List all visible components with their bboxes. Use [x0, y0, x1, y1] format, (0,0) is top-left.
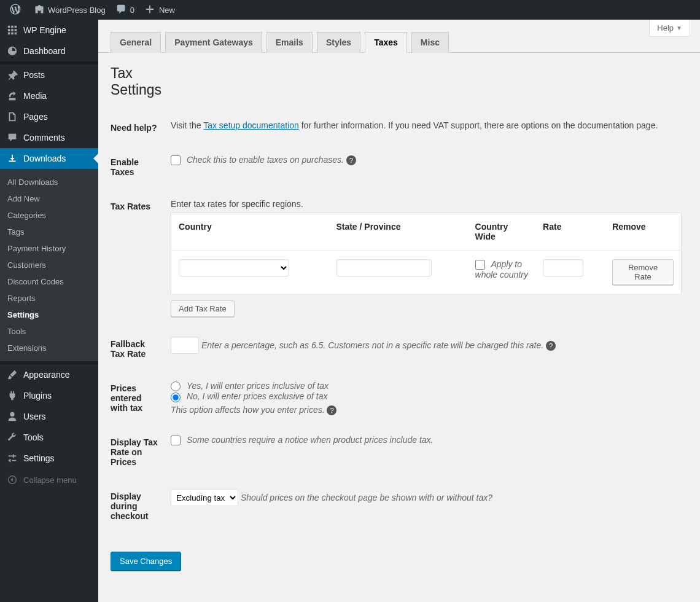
chevron-down-icon: ▼ [676, 25, 682, 31]
help-button[interactable]: Help ▼ [649, 20, 690, 37]
need-help-text: Visit the Tax setup documentation for fu… [165, 111, 688, 145]
sidebar-item-tools[interactable]: Tools [0, 427, 98, 448]
tab-misc[interactable]: Misc [411, 32, 449, 53]
downloads-submenu: All DownloadsAdd NewCategoriesTagsPaymen… [0, 169, 98, 361]
sidebar-item-dashboard[interactable]: Dashboard [0, 41, 98, 61]
apply-whole-checkbox[interactable] [475, 260, 485, 270]
page-title: Tax Settings [111, 65, 172, 98]
sidebar-item-comments[interactable]: Comments [0, 127, 98, 148]
tab-payment-gateways[interactable]: Payment Gateways [165, 32, 262, 53]
submenu-item-payment-history[interactable]: Payment History [0, 240, 98, 257]
display-rate-checkbox[interactable] [171, 436, 181, 445]
prices-exclusive-radio[interactable] [171, 393, 181, 402]
user-icon [6, 411, 18, 422]
tab-emails[interactable]: Emails [266, 32, 313, 53]
submenu-item-all-downloads[interactable]: All Downloads [0, 174, 98, 190]
menu-label: Downloads [23, 154, 66, 163]
prices-inclusive-radio[interactable] [171, 381, 181, 391]
svg-rect-4 [11, 29, 14, 31]
rates-header: Country [171, 213, 329, 251]
rates-header: Rate [535, 213, 605, 251]
collapse-label: Collapse menu [23, 475, 77, 485]
apply-whole-label[interactable]: Apply to whole country [475, 259, 528, 280]
plugin-icon [6, 390, 18, 401]
menu-label: Appearance [23, 370, 70, 380]
tab-general[interactable]: General [111, 32, 161, 53]
fallback-label: Fallback Tax Rate [111, 327, 165, 371]
dashboard-icon [6, 45, 18, 57]
submenu-item-settings[interactable]: Settings [0, 307, 98, 323]
tax-docs-link[interactable]: Tax setup documentation [203, 120, 299, 130]
help-icon[interactable]: ? [546, 341, 556, 351]
enable-taxes-label: Enable Taxes [111, 145, 165, 189]
menu-label: Pages [23, 112, 48, 122]
tab-taxes[interactable]: Taxes [365, 32, 407, 53]
new-label: New [159, 6, 175, 15]
submenu-item-discount-codes[interactable]: Discount Codes [0, 273, 98, 290]
sidebar-item-users[interactable]: Users [0, 406, 98, 427]
rates-header: State / Province [329, 213, 467, 251]
menu-label: Settings [23, 453, 55, 463]
country-select[interactable] [179, 259, 289, 276]
svg-rect-6 [8, 33, 10, 35]
tax-rates-table: CountryState / ProvinceCountry WideRateR… [171, 213, 682, 294]
submenu-item-extensions[interactable]: Extensions [0, 340, 98, 356]
page-icon [6, 111, 18, 122]
enable-taxes-checkbox-label[interactable]: Check this to enable taxes on purchases. [171, 155, 346, 165]
sidebar-item-media[interactable]: Media [0, 85, 98, 106]
prices-exclusive-label[interactable]: No, I will enter prices exclusive of tax [171, 391, 327, 401]
menu-label: WP Engine [23, 25, 66, 35]
svg-rect-5 [15, 29, 17, 31]
comments-link[interactable]: 0 [111, 0, 139, 20]
site-name-link[interactable]: WordPress Blog [29, 0, 111, 20]
menu-label: Media [23, 91, 47, 101]
help-icon[interactable]: ? [327, 405, 336, 415]
submenu-item-tags[interactable]: Tags [0, 224, 98, 240]
menu-label: Comments [23, 133, 65, 143]
sidebar-item-downloads[interactable]: Downloads [0, 148, 98, 169]
submenu-item-reports[interactable]: Reports [0, 290, 98, 307]
display-checkout-select[interactable]: Excluding tax [171, 489, 238, 506]
submenu-item-customers[interactable]: Customers [0, 257, 98, 273]
sidebar-item-plugins[interactable]: Plugins [0, 385, 98, 406]
site-name-label: WordPress Blog [48, 6, 106, 15]
media-icon [6, 90, 18, 101]
sidebar-item-posts[interactable]: Posts [0, 64, 98, 85]
pin-icon [6, 69, 18, 80]
sidebar-item-settings[interactable]: Settings [0, 448, 98, 469]
sliders-icon [6, 453, 18, 464]
collapse-menu[interactable]: Collapse menu [0, 469, 98, 491]
rate-input[interactable] [543, 259, 583, 276]
submenu-item-tools[interactable]: Tools [0, 323, 98, 340]
sidebar-item-pages[interactable]: Pages [0, 106, 98, 127]
add-tax-rate-button[interactable]: Add Tax Rate [171, 300, 235, 317]
comment-icon [6, 132, 18, 143]
need-help-label: Need help? [111, 111, 165, 145]
main-content: Help ▼ GeneralPayment GatewaysEmailsStyl… [98, 20, 700, 602]
svg-rect-1 [11, 26, 14, 28]
svg-rect-0 [8, 26, 10, 28]
new-link[interactable]: New [139, 0, 180, 20]
help-icon[interactable]: ? [346, 155, 356, 165]
wp-logo[interactable] [5, 0, 29, 20]
display-rate-checkbox-label[interactable]: Some countries require a notice when pro… [171, 435, 433, 445]
enable-taxes-checkbox[interactable] [171, 155, 181, 165]
submenu-item-categories[interactable]: Categories [0, 207, 98, 224]
sidebar-item-appearance[interactable]: Appearance [0, 364, 98, 385]
sidebar-item-wp-engine[interactable]: WP Engine [0, 20, 98, 41]
tab-styles[interactable]: Styles [317, 32, 360, 53]
submenu-item-add-new[interactable]: Add New [0, 190, 98, 207]
svg-rect-2 [15, 26, 17, 28]
svg-rect-8 [15, 33, 17, 35]
save-changes-button[interactable]: Save Changes [111, 552, 181, 571]
prices-inclusive-label[interactable]: Yes, I will enter prices inclusive of ta… [171, 381, 329, 391]
settings-tabs: GeneralPayment GatewaysEmailsStylesTaxes… [98, 20, 700, 53]
menu-label: Posts [23, 70, 45, 80]
remove-rate-button[interactable]: Remove Rate [612, 259, 674, 285]
fallback-rate-input[interactable] [171, 337, 199, 354]
state-input[interactable] [336, 259, 432, 276]
tax-rates-label: Tax Rates [111, 189, 165, 327]
download-icon [6, 153, 18, 164]
admin-toolbar: WordPress Blog 0 New [0, 0, 700, 20]
menu-label: Users [23, 412, 46, 421]
